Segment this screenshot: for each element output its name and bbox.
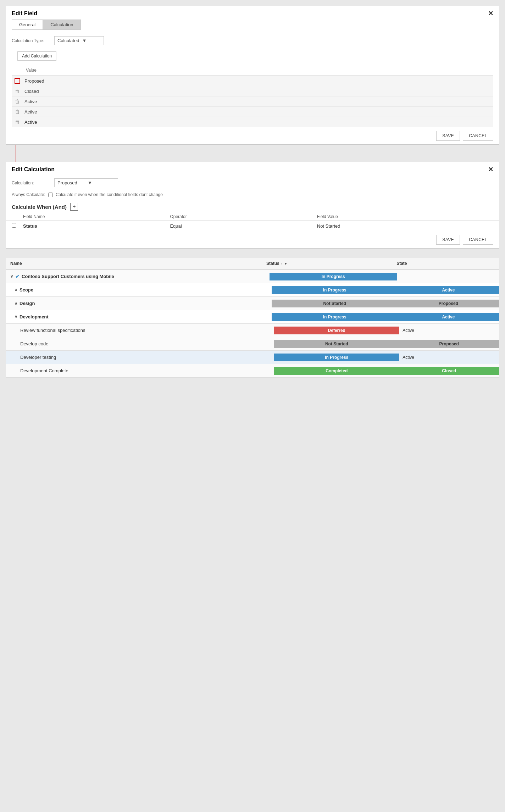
- grid-header-status[interactable]: Status ↑ ▼: [263, 260, 394, 267]
- grid-row-status: In Progress: [270, 270, 397, 283]
- edit-calc-save-button[interactable]: SAVE: [436, 235, 460, 245]
- row-3-value: Active: [23, 109, 493, 115]
- trash-icon[interactable]: 🗑: [15, 119, 20, 125]
- trash-icon[interactable]: 🗑: [15, 88, 20, 94]
- row-name-text: Develop code: [20, 341, 49, 346]
- project-grid: Name Status ↑ ▼ State ∨ ✔ Contoso Suppor…: [6, 257, 499, 378]
- calc-type-value: Calculated: [57, 38, 79, 43]
- add-calc-container: Add Calculation: [6, 47, 499, 65]
- row-2-icon: 🗑: [12, 99, 23, 104]
- trash-icon[interactable]: 🗑: [15, 99, 20, 104]
- cw-th-chk: [12, 214, 23, 219]
- grid-row-state: Proposed: [398, 297, 499, 310]
- expand-icon[interactable]: ∨: [10, 274, 13, 279]
- row-0-checkbox[interactable]: [15, 78, 20, 84]
- edit-field-panel: Edit Field ✕ General Calculation Calcula…: [6, 6, 499, 145]
- th-icon: [12, 66, 23, 74]
- table-row: Proposed: [12, 76, 493, 86]
- grid-header-state: State: [394, 260, 499, 267]
- row-name-text: Scope: [20, 287, 33, 293]
- edit-field-footer: SAVE CANCEL: [6, 127, 499, 144]
- cw-th-field: Field Name: [23, 214, 170, 219]
- grid-row: ∧ Design Not Started Proposed: [6, 297, 499, 310]
- add-calculation-button[interactable]: Add Calculation: [17, 51, 56, 61]
- grid-row: ∨ Development In Progress Active: [6, 310, 499, 324]
- always-calc-checkbox[interactable]: [48, 193, 53, 197]
- grid-row-status: Not Started: [274, 337, 399, 350]
- expand-icon[interactable]: ∨: [15, 315, 17, 319]
- cw-row-checkbox-cell: [12, 223, 23, 229]
- calc-type-row: Calculation Type: Calculated ▼: [6, 34, 499, 47]
- edit-field-save-button[interactable]: SAVE: [436, 131, 460, 141]
- grid-header-row: Name Status ↑ ▼ State: [6, 257, 499, 270]
- grid-row-name: ∧ Design: [6, 297, 272, 310]
- grid-row-state: Active: [399, 351, 499, 364]
- calc-select[interactable]: Proposed ▼: [54, 178, 118, 187]
- always-calc-row: Always Calculate: Calculate if even when…: [6, 190, 499, 199]
- trash-icon[interactable]: 🗑: [15, 109, 20, 115]
- grid-row-state: Active: [398, 310, 499, 323]
- expand-icon[interactable]: ∧: [15, 301, 17, 306]
- table-row: 🗑 Active: [12, 117, 493, 127]
- row-name-text: Contoso Support Customers using Mobile: [22, 274, 114, 279]
- row-name-text: Developer testing: [20, 355, 56, 360]
- edit-calc-close-button[interactable]: ✕: [488, 166, 493, 173]
- grid-row-name: Development Complete: [6, 364, 274, 377]
- status-badge: Not Started: [274, 340, 399, 348]
- cw-row-field: Status: [23, 223, 170, 229]
- row-3-icon: 🗑: [12, 109, 23, 115]
- grid-row: ∧ Scope In Progress Active: [6, 283, 499, 297]
- grid-row-state: Closed: [399, 364, 499, 377]
- edit-field-cancel-button[interactable]: CANCEL: [463, 131, 493, 141]
- status-badge: Not Started: [272, 300, 398, 307]
- calc-type-label: Calculation Type:: [12, 38, 51, 43]
- status-badge: In Progress: [274, 354, 399, 361]
- edit-calc-title: Edit Calculation: [12, 166, 55, 173]
- status-badge: In Progress: [270, 273, 397, 280]
- grid-row-name: ∨ Development: [6, 310, 272, 323]
- table-row: 🗑 Active: [12, 96, 493, 107]
- calc-type-select[interactable]: Calculated ▼: [54, 36, 104, 45]
- state-text: Active: [399, 327, 418, 334]
- edit-field-header: Edit Field ✕: [6, 6, 499, 20]
- calc-select-value: Proposed: [57, 180, 85, 185]
- cw-table-header: Field Name Operator Field Value: [6, 213, 499, 221]
- edit-field-close-button[interactable]: ✕: [488, 10, 493, 17]
- grid-row: Develop code Not Started Proposed: [6, 337, 499, 351]
- grid-row-name: ∨ ✔ Contoso Support Customers using Mobi…: [6, 270, 270, 283]
- cw-th-val: Field Value: [317, 214, 493, 219]
- cw-th-op: Operator: [170, 214, 317, 219]
- grid-row-status: Completed: [274, 364, 399, 377]
- cw-row-checkbox[interactable]: [12, 223, 16, 228]
- grid-row-status: In Progress: [272, 310, 398, 323]
- edit-calc-footer: SAVE CANCEL: [6, 231, 499, 248]
- add-condition-button[interactable]: +: [70, 203, 78, 211]
- status-badge: In Progress: [272, 313, 398, 321]
- edit-field-tabs: General Calculation: [6, 20, 499, 30]
- cw-row-op: Equal: [170, 223, 317, 229]
- status-badge: Completed: [274, 367, 399, 375]
- check-icon: ✔: [15, 274, 20, 279]
- row-name-text: Development Complete: [20, 368, 68, 373]
- grid-row-state: Active: [399, 324, 499, 337]
- tab-calculation[interactable]: Calculation: [43, 20, 81, 30]
- row-1-icon: 🗑: [12, 88, 23, 94]
- row-4-value: Active: [23, 119, 493, 125]
- row-2-value: Active: [23, 99, 493, 104]
- status-badge: In Progress: [272, 286, 398, 294]
- grid-row-state: Active: [398, 283, 499, 296]
- grid-row-name: Developer testing: [6, 351, 274, 364]
- expand-icon[interactable]: ∧: [15, 288, 17, 292]
- filter-icon[interactable]: ▼: [284, 262, 288, 266]
- grid-row-state: [397, 270, 499, 283]
- row-name-text: Review functional specifications: [20, 328, 85, 333]
- state-badge: Proposed: [399, 340, 499, 348]
- grid-row-status: In Progress: [272, 283, 398, 296]
- tab-general[interactable]: General: [12, 20, 43, 30]
- grid-status-label: Status: [266, 261, 279, 266]
- row-name-text: Development: [20, 314, 49, 319]
- edit-calc-cancel-button[interactable]: CANCEL: [463, 235, 493, 245]
- grid-row-status: In Progress: [274, 351, 399, 364]
- row-1-value: Closed: [23, 89, 493, 94]
- grid-row-status: Deferred: [274, 324, 399, 337]
